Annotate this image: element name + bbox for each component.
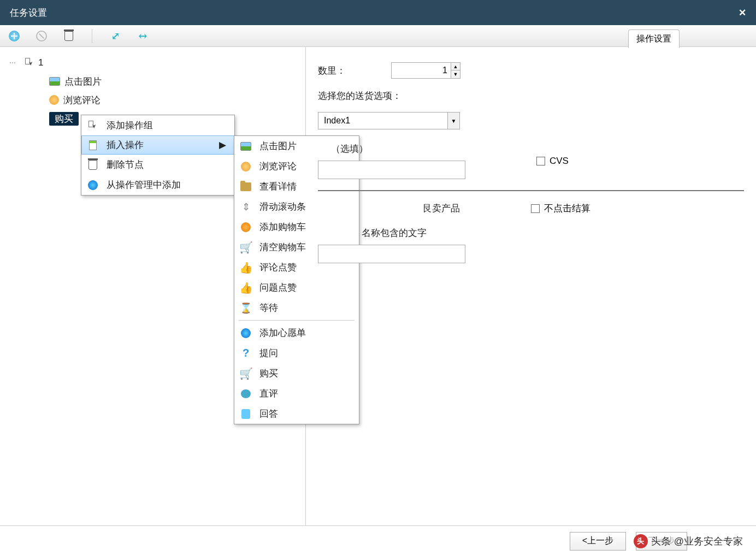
hand-icon <box>241 162 251 171</box>
divider <box>318 190 744 191</box>
coin-icon <box>241 222 251 232</box>
sub-label: 添加心愿单 <box>259 327 306 339</box>
cart-icon: 🛒 <box>239 241 253 254</box>
hourglass-icon: ⌛ <box>240 302 252 314</box>
doc-insert-icon <box>89 140 97 150</box>
name-contain-input[interactable] <box>318 245 465 263</box>
sub-label: 评论点赞 <box>259 261 297 274</box>
folder-icon <box>240 182 251 191</box>
hand-icon <box>49 95 59 105</box>
flash-label: 艮卖产品 <box>318 202 460 215</box>
expand-icon: ⤢ <box>111 30 120 42</box>
name-contain-label: 名称包含的文字 <box>318 227 744 239</box>
cvs-checkbox[interactable]: CVS <box>536 156 569 167</box>
group-icon <box>25 58 34 68</box>
chevron-right-icon: ▶ <box>175 139 226 151</box>
tree-item[interactable]: 点击图片 <box>4 72 301 91</box>
chevron-down-icon[interactable]: ▼ <box>447 113 459 129</box>
no-checkout-label: 不点击结算 <box>544 202 590 215</box>
qty-stepper[interactable]: ▲ ▼ <box>391 62 460 79</box>
context-menu: 添加操作组 插入操作 ▶ 删除节点 从操作管理中添加 <box>81 115 235 196</box>
sub-label: 滑动滚动条 <box>259 200 306 213</box>
collapse-icon: ⤢ <box>135 28 150 43</box>
thumb-icon: 👍 <box>239 281 253 294</box>
spinner-up-icon[interactable]: ▲ <box>451 63 460 70</box>
prev-button[interactable]: <上一步 <box>570 532 626 551</box>
qty-input[interactable] <box>391 62 451 79</box>
no-checkout-checkbox[interactable]: 不点击结算 <box>531 202 590 215</box>
sub-label: 直评 <box>259 387 278 400</box>
spinner-down-icon[interactable]: ▼ <box>451 70 460 78</box>
sub-label: 回答 <box>259 407 278 420</box>
main-area: ⋯ 1 点击图片 浏览评论 购买 添加操作组 插入操 <box>0 47 756 525</box>
checkbox-icon <box>531 204 540 213</box>
separator <box>92 29 92 43</box>
asin-label: （选填） <box>318 143 465 155</box>
image-icon <box>240 142 251 151</box>
sub-label: 浏览评论 <box>259 160 297 173</box>
group-icon <box>88 121 97 131</box>
sub-label: 等待 <box>259 301 278 314</box>
tree-pane: ⋯ 1 点击图片 浏览评论 购买 添加操作组 插入操 <box>0 47 306 525</box>
ctx-label: 插入操作 <box>107 139 144 151</box>
tree-item-label: 浏览评论 <box>63 94 101 107</box>
globe-icon <box>88 180 98 190</box>
ctx-label: 从操作管理中添加 <box>107 179 181 191</box>
plus-icon <box>9 31 20 42</box>
scroll-icon: ⇕ <box>242 201 250 213</box>
trash-icon <box>88 160 97 170</box>
trash-icon <box>64 31 73 41</box>
collapse-button[interactable]: ⤢ <box>136 29 149 43</box>
cancel-icon <box>36 31 47 42</box>
thumb-icon: 👍 <box>239 261 253 274</box>
image-icon <box>49 77 60 86</box>
watermark-logo-icon: 头 <box>634 534 648 548</box>
sub-label: 问题点赞 <box>259 281 297 294</box>
qty-label: 数里： <box>318 64 383 77</box>
asin-input[interactable] <box>318 161 465 179</box>
expand-button[interactable]: ⤢ <box>109 29 122 43</box>
settings-pane: 操作设置 数里： ▲ ▼ 选择您的送货选项： ▼ （选填） <box>306 47 756 525</box>
watermark: 头 头条 @业务安全专家 <box>634 534 743 548</box>
cart-icon: 🛒 <box>239 367 253 380</box>
tree-root[interactable]: ⋯ 1 <box>4 54 301 72</box>
ctx-add-group[interactable]: 添加操作组 <box>81 115 234 135</box>
watermark-text: @业务安全专家 <box>674 535 743 548</box>
globe-icon <box>241 328 251 338</box>
ctx-label: 删除节点 <box>107 158 144 171</box>
ctx-label: 添加操作组 <box>107 119 153 132</box>
chat-icon <box>241 389 251 398</box>
sub-label: 清空购物车 <box>259 241 306 253</box>
delete-button[interactable] <box>62 29 75 43</box>
sub-label: 购买 <box>259 367 278 380</box>
window-title: 任务设置 <box>10 7 47 19</box>
delivery-value[interactable] <box>318 113 447 129</box>
delivery-dropdown[interactable]: ▼ <box>318 112 460 129</box>
sub-label: 查看详情 <box>259 180 297 193</box>
ctx-insert-action[interactable]: 插入操作 ▶ <box>81 135 234 155</box>
titlebar: 任务设置 ✕ <box>0 0 756 25</box>
tree-root-label: 1 <box>38 57 43 68</box>
question-icon: ? <box>243 347 249 359</box>
cancel-button[interactable] <box>35 29 48 43</box>
delivery-label: 选择您的送货选项： <box>318 90 744 102</box>
ctx-delete-node[interactable]: 删除节点 <box>81 155 234 175</box>
checkbox-icon <box>536 157 545 165</box>
sub-label: 点击图片 <box>259 140 297 152</box>
close-icon[interactable]: ✕ <box>739 7 746 19</box>
ctx-add-from-manager[interactable]: 从操作管理中添加 <box>81 175 234 195</box>
tree-connector: ⋯ <box>4 59 21 67</box>
tree-item[interactable]: 浏览评论 <box>4 91 301 109</box>
tab-action-settings[interactable]: 操作设置 <box>628 29 680 48</box>
tree-item-label: 点击图片 <box>64 75 102 88</box>
tree-item-label: 购买 <box>49 112 79 126</box>
sub-label: 提问 <box>259 347 278 359</box>
cvs-label: CVS <box>550 156 569 167</box>
watermark-prefix: 头条 <box>651 535 671 548</box>
sub-label: 添加购物车 <box>259 221 306 233</box>
add-button[interactable] <box>8 29 21 43</box>
note-icon <box>241 409 250 419</box>
